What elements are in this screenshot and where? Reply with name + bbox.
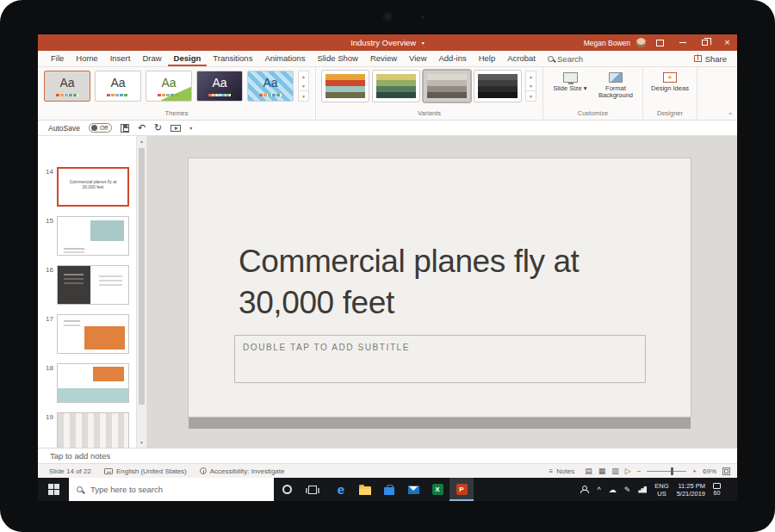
tab-transitions[interactable]: Transitions — [207, 51, 258, 66]
show-hidden-icons-button[interactable]: ^ — [598, 486, 601, 494]
subtitle-placeholder[interactable]: DOUBLE TAP TO ADD SUBTITLE — [234, 335, 646, 383]
themes-scroll-up-icon[interactable]: ▲ — [299, 71, 308, 81]
close-button[interactable]: × — [719, 34, 735, 51]
account-name[interactable]: Megan Bowen — [584, 39, 630, 47]
zoom-out-button[interactable]: − — [637, 467, 642, 475]
excel-button[interactable]: X — [425, 478, 450, 501]
share-button[interactable]: Share — [684, 51, 737, 66]
slide-16-thumbnail[interactable] — [57, 265, 129, 305]
restore-button[interactable] — [697, 34, 713, 51]
autosave-toggle[interactable]: Off — [89, 123, 112, 133]
horizontal-scrollbar[interactable] — [189, 418, 691, 429]
scroll-down-icon[interactable]: ▼ — [137, 437, 146, 448]
slide-size-button[interactable]: Slide Size ▾ — [549, 71, 591, 92]
pen-icon[interactable]: ✎ — [624, 486, 631, 494]
theme-thumbnail-green[interactable]: Aa — [146, 71, 192, 102]
slide-canvas[interactable]: Commercial planes fly at 30,000 feet DOU… — [189, 158, 691, 417]
design-ideas-button[interactable]: ★ Design Ideas — [649, 71, 691, 92]
tab-animations[interactable]: Animations — [258, 51, 311, 66]
normal-view-button[interactable]: ▤ — [585, 467, 592, 475]
tab-home[interactable]: Home — [70, 51, 103, 66]
thumbnail-item-17[interactable]: 17 — [41, 314, 136, 354]
file-explorer-button[interactable] — [353, 478, 377, 501]
thumbnail-item-19[interactable]: 19 — [41, 412, 136, 448]
slide-15-thumbnail[interactable] — [57, 216, 129, 256]
user-avatar[interactable] — [636, 38, 646, 47]
minimize-button[interactable] — [674, 34, 691, 51]
tab-add-ins[interactable]: Add-ins — [433, 51, 473, 66]
zoom-in-button[interactable]: + — [692, 467, 697, 475]
variants-scroll-down-icon[interactable]: ▼ — [526, 81, 536, 90]
variant-thumbnail-1[interactable] — [322, 71, 369, 102]
tab-review[interactable]: Review — [364, 51, 403, 66]
tab-file[interactable]: File — [45, 51, 70, 66]
slide-18-thumbnail[interactable] — [57, 363, 129, 403]
thumbnail-panel-scrollbar[interactable]: ▲ ▼ — [136, 136, 147, 448]
tab-acrobat[interactable]: Acrobat — [501, 51, 542, 66]
variants-scroll-up-icon[interactable]: ▲ — [526, 71, 536, 81]
slide-title-textbox[interactable]: Commercial planes fly at 30,000 feet — [239, 241, 662, 324]
onedrive-icon[interactable]: ☁ — [609, 486, 617, 494]
tab-help[interactable]: Help — [473, 51, 502, 66]
slide-19-thumbnail[interactable] — [57, 412, 129, 448]
theme-thumbnail-blue-pattern[interactable]: Aa — [247, 71, 294, 102]
people-icon[interactable] — [580, 486, 590, 493]
store-button[interactable] — [377, 478, 401, 501]
variant-thumbnail-4[interactable] — [474, 71, 521, 102]
tab-slide-show[interactable]: Slide Show — [311, 51, 364, 66]
fit-to-window-button[interactable] — [722, 467, 730, 475]
network-icon[interactable] — [638, 486, 647, 493]
cortana-icon — [282, 485, 292, 494]
theme-thumbnail-dark[interactable]: Aa — [196, 71, 243, 102]
task-view-button[interactable] — [300, 478, 326, 501]
ribbon-search-button[interactable]: Search — [542, 51, 589, 66]
theme-thumbnail-office[interactable]: Aa — [95, 71, 141, 102]
theme-thumbnail-current[interactable]: Aa — [44, 71, 90, 102]
undo-button[interactable]: ↶ — [138, 123, 146, 133]
mail-button[interactable] — [401, 478, 425, 501]
powerpoint-button-active[interactable]: P — [450, 478, 474, 501]
variants-more-icon[interactable]: ▼ — [526, 90, 536, 101]
zoom-slider-thumb[interactable] — [671, 467, 673, 475]
tab-draw[interactable]: Draw — [136, 51, 167, 66]
accessibility-button[interactable]: Accessibility: Investigate — [195, 467, 289, 475]
notes-pane[interactable]: Tap to add notes — [38, 448, 737, 463]
save-button[interactable] — [121, 124, 129, 133]
edge-button[interactable]: e — [329, 478, 353, 501]
variant-thumbnail-3-selected[interactable] — [424, 71, 470, 102]
scrollbar-thumb[interactable] — [139, 148, 145, 405]
tab-view[interactable]: View — [403, 51, 432, 66]
scroll-up-icon[interactable]: ▲ — [137, 136, 146, 146]
variant-thumbnail-2[interactable] — [373, 71, 419, 102]
language-indicator[interactable]: ENG US — [654, 482, 668, 498]
themes-scroll-down-icon[interactable]: ▼ — [299, 81, 308, 90]
reading-view-button[interactable]: ▥ — [611, 467, 619, 475]
tab-insert[interactable]: Insert — [104, 51, 137, 66]
thumbnail-item-18[interactable]: 18 — [41, 363, 136, 403]
action-center-button[interactable]: 60 — [713, 483, 721, 496]
zoom-slider[interactable] — [647, 471, 686, 472]
taskbar-search-box[interactable] — [69, 478, 274, 501]
slide-sorter-view-button[interactable]: ▦ — [598, 467, 606, 475]
start-presentation-button[interactable] — [170, 125, 181, 132]
language-button[interactable]: English (United States) — [100, 467, 191, 475]
thumbnail-item-14[interactable]: 14 Commercial planes fly at 30,000 feet — [41, 167, 136, 207]
redo-button[interactable]: ↻ — [154, 123, 162, 133]
slideshow-view-button[interactable]: ▷ — [625, 467, 631, 475]
cortana-button[interactable] — [274, 478, 300, 501]
thumbnail-item-15[interactable]: 15 — [41, 216, 136, 256]
thumbnail-item-16[interactable]: 16 — [41, 265, 136, 305]
ribbon-display-options-button[interactable] — [652, 34, 668, 51]
themes-more-icon[interactable]: ▼ — [299, 90, 308, 101]
clock[interactable]: 11:25 PM 5/21/2019 — [677, 482, 705, 498]
notes-toggle-button[interactable]: ≡ Notes — [545, 467, 580, 475]
format-background-button[interactable]: Format Background — [595, 71, 636, 99]
tab-design[interactable]: Design — [168, 51, 208, 66]
collapse-ribbon-button[interactable]: ^ — [729, 113, 732, 118]
start-button[interactable] — [38, 478, 69, 501]
customize-qat-icon[interactable]: ▾ — [189, 125, 192, 131]
taskbar-search-input[interactable] — [89, 484, 244, 495]
slide-14-thumbnail[interactable]: Commercial planes fly at 30,000 feet — [57, 167, 129, 207]
slide-17-thumbnail[interactable] — [57, 314, 129, 354]
zoom-level[interactable]: 69% — [703, 467, 716, 475]
